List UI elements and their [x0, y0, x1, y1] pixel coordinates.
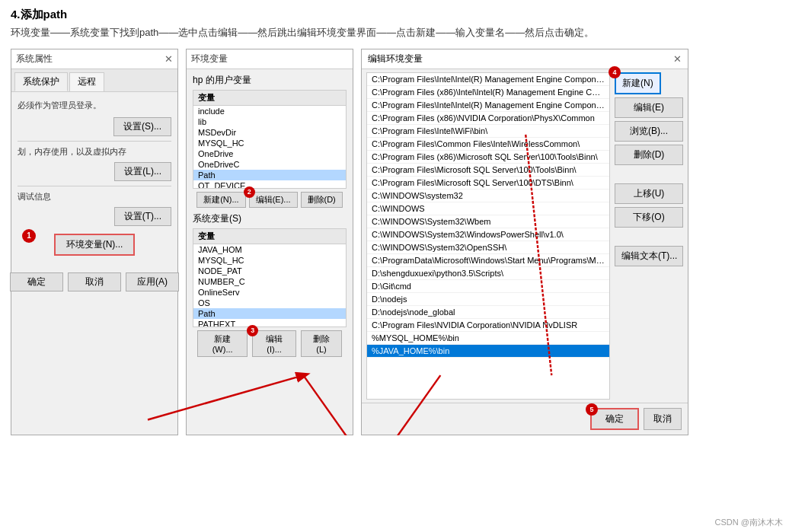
sys-props-dialog: 系统属性 ✕ 系统保护 远程 必须作为管理员登录。 设置(S)... 划，内存使…	[11, 49, 178, 435]
edit-browse-btn[interactable]: 浏览(B)...	[615, 121, 683, 142]
page-title: 4.添加path	[11, 8, 778, 22]
edit-new-btn[interactable]: 新建(N)	[615, 72, 661, 94]
path-item-16[interactable]: D:\Git\cmd	[367, 280, 609, 293]
debug-section: 调试信息	[18, 191, 171, 202]
btn-spacer	[615, 168, 683, 180]
admin-text: 必须作为管理员登录。	[18, 100, 171, 111]
settings-btn-row-1: 设置(S)...	[18, 117, 171, 136]
divider-2	[18, 186, 171, 186]
user-var-include[interactable]: include	[193, 106, 346, 116]
sys-var-pathext[interactable]: PATHEXT	[193, 319, 346, 327]
page-wrapper: 4.添加path 环境变量——系统变量下找到path——选中点击编辑——然后跳出…	[0, 0, 789, 435]
user-var-qt[interactable]: QT_DEVICE	[193, 180, 346, 189]
sys-var-java-home[interactable]: JAVA_HOM	[193, 244, 346, 255]
user-var-msdevdir[interactable]: MSDevDir	[193, 127, 346, 138]
path-item-0[interactable]: C:\Program Files\Intel\Intel(R) Manageme…	[367, 73, 609, 86]
path-item-6[interactable]: C:\Program Files (x86)\Microsoft SQL Ser…	[367, 151, 609, 164]
user-var-onedrivec[interactable]: OneDriveC	[193, 159, 346, 170]
user-var-onedrive[interactable]: OneDrive	[193, 148, 346, 159]
edit-cancel-btn[interactable]: 取消	[644, 408, 682, 430]
edit-down-btn[interactable]: 下移(O)	[615, 207, 683, 228]
user-delete-btn[interactable]: 删除(D)	[301, 192, 343, 208]
settings-btn-3[interactable]: 设置(T)...	[114, 207, 171, 226]
sys-edit-btn-wrapper: 3 编辑(I)...	[252, 330, 296, 357]
user-edit-btn-wrapper: 2 编辑(E)...	[249, 192, 298, 208]
edit-ok-btn[interactable]: 5 确定	[590, 408, 639, 430]
path-item-1[interactable]: C:\Program Files (x86)\Intel\Intel(R) Ma…	[367, 86, 609, 99]
edit-env-title: 编辑环境变量	[368, 53, 423, 65]
edit-env-bottom: 5 确定 取消	[362, 403, 688, 435]
env-paths-list[interactable]: C:\Program Files\Intel\Intel(R) Manageme…	[366, 72, 610, 400]
user-vars-col-header: 变量	[193, 91, 346, 106]
path-item-8[interactable]: C:\Program Files\Microsoft SQL Server\10…	[367, 177, 609, 190]
settings-btn-2[interactable]: 设置(L)...	[114, 162, 171, 181]
sys-var-number-c[interactable]: NUMBER_C	[193, 276, 346, 287]
sys-edit-btn[interactable]: 编辑(I)...	[252, 330, 296, 357]
sys-vars-list: 变量 JAVA_HOM MYSQL_HC NODE_PAT NUMBER_C O…	[193, 228, 347, 327]
user-var-mysql-hc[interactable]: MYSQL_HC	[193, 138, 346, 148]
sys-props-tabs: 系统保护 远程	[11, 69, 177, 92]
edit-delete-btn[interactable]: 删除(D)	[615, 145, 683, 165]
user-new-btn[interactable]: 新建(N)...	[196, 192, 245, 208]
path-item-21[interactable]: %JAVA_HOME%\bin	[367, 345, 609, 358]
path-item-4[interactable]: C:\Program Files\Intel\WiFi\bin\	[367, 125, 609, 138]
edit-edit-btn[interactable]: 编辑(E)	[615, 97, 683, 118]
btn-spacer-2	[615, 231, 683, 243]
watermark: CSDN @南沐木木	[712, 516, 786, 529]
sys-apply-btn[interactable]: 应用(A)	[126, 272, 179, 291]
edit-env-btns: 4 新建(N) 编辑(E) 浏览(B)... 删除(D) 上移(U) 下移(O)…	[615, 72, 683, 400]
badge-5: 5	[586, 403, 598, 416]
path-item-2[interactable]: C:\Program Files\Intel\Intel(R) Manageme…	[367, 99, 609, 112]
edit-env-content: C:\Program Files\Intel\Intel(R) Manageme…	[362, 69, 688, 403]
user-edit-btn[interactable]: 编辑(E)...	[249, 192, 298, 208]
sys-var-node-pat[interactable]: NODE_PAT	[193, 266, 346, 276]
path-item-15[interactable]: D:\shengduxuexi\python3.5\Scripts\	[367, 267, 609, 280]
path-item-14[interactable]: C:\ProgramData\Microsoft\Windows\Start M…	[367, 254, 609, 267]
user-vars-title: hp 的用户变量	[193, 74, 347, 87]
path-item-11[interactable]: C:\WINDOWS\System32\Wbem	[367, 215, 609, 228]
path-item-10[interactable]: C:\WINDOWS	[367, 202, 609, 215]
tab-system-protection[interactable]: 系统保护	[14, 72, 68, 91]
settings-btn-row-3: 设置(T)...	[18, 207, 171, 226]
path-item-9[interactable]: C:\WINDOWS\system32	[367, 190, 609, 202]
env-vars-dialog: 环境变量 hp 的用户变量 变量 include lib MSDevDir MY…	[186, 49, 353, 435]
sys-var-path[interactable]: Path	[193, 308, 346, 319]
sys-delete-btn[interactable]: 删除(L)	[301, 330, 342, 357]
settings-btn-row-2: 设置(L)...	[18, 162, 171, 181]
path-item-3[interactable]: C:\Program Files (x86)\NVIDIA Corporatio…	[367, 112, 609, 125]
settings-btn-1[interactable]: 设置(S)...	[113, 117, 171, 136]
sys-var-os[interactable]: OS	[193, 298, 346, 308]
sys-ok-btn[interactable]: 确定	[10, 272, 63, 291]
sys-props-titlebar: 系统属性 ✕	[11, 49, 177, 69]
path-item-17[interactable]: D:\nodejs	[367, 293, 609, 306]
title-section: 4.添加path 环境变量——系统变量下找到path——选中点击编辑——然后跳出…	[11, 8, 778, 41]
path-item-7[interactable]: C:\Program Files\Microsoft SQL Server\10…	[367, 164, 609, 177]
sys-cancel-btn[interactable]: 取消	[68, 272, 121, 291]
sys-var-onlineserv[interactable]: OnlineServ	[193, 287, 346, 298]
env-vars-titlebar: 环境变量	[187, 49, 353, 69]
path-item-13[interactable]: C:\WINDOWS\System32\OpenSSH\	[367, 241, 609, 254]
path-item-5[interactable]: C:\Program Files\Common Files\Intel\Wire…	[367, 138, 609, 151]
tab-remote[interactable]: 远程	[69, 72, 104, 91]
user-var-lib[interactable]: lib	[193, 116, 346, 127]
sys-var-mysql-hc[interactable]: MYSQL_HC	[193, 255, 346, 266]
sys-vars-title: 系统变量(S)	[193, 212, 347, 225]
env-vars-content: hp 的用户变量 变量 include lib MSDevDir MYSQL_H…	[187, 69, 353, 365]
sys-vars-btns: 新建(W)... 3 编辑(I)... 删除(L)	[193, 327, 347, 360]
edit-env-dialog: 编辑环境变量 ✕ C:\Program Files\Intel\Intel(R)…	[361, 49, 688, 435]
sys-props-content: 必须作为管理员登录。 设置(S)... 划，内存使用，以及虚拟内存 设置(L).…	[11, 92, 177, 266]
env-var-button[interactable]: 环境变量(N)...	[54, 234, 136, 256]
edit-up-btn[interactable]: 上移(U)	[615, 183, 683, 204]
edit-env-close-btn[interactable]: ✕	[673, 53, 682, 65]
path-item-18[interactable]: D:\nodejs\node_global	[367, 306, 609, 319]
edit-text-btn[interactable]: 编辑文本(T)...	[615, 246, 683, 266]
sys-new-btn[interactable]: 新建(W)...	[197, 330, 248, 357]
sys-props-title: 系统属性	[16, 53, 53, 65]
path-item-19[interactable]: C:\Program Files\NVIDIA Corporation\NVID…	[367, 319, 609, 332]
dialogs-row-wrapper: 系统属性 ✕ 系统保护 远程 必须作为管理员登录。 设置(S)... 划，内存使…	[11, 49, 778, 435]
sys-props-close-btn[interactable]: ✕	[165, 53, 173, 65]
path-item-20[interactable]: %MYSQL_HOME%\bin	[367, 332, 609, 345]
badge-3: 3	[247, 325, 258, 336]
user-var-path[interactable]: Path	[193, 170, 346, 180]
path-item-12[interactable]: C:\WINDOWS\System32\WindowsPowerShell\v1…	[367, 228, 609, 241]
